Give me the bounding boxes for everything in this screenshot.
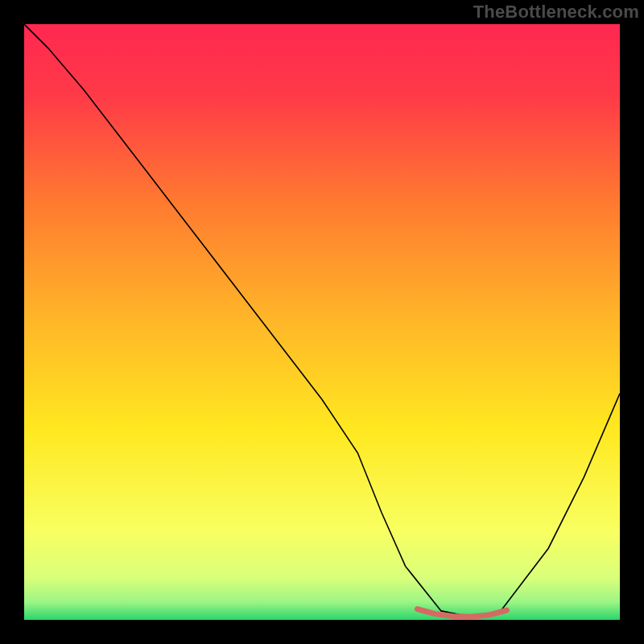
chart-frame: TheBottleneck.com — [0, 0, 644, 644]
plot-area — [24, 24, 620, 620]
gradient-background — [24, 24, 620, 620]
attribution-text: TheBottleneck.com — [473, 2, 639, 23]
chart-svg — [24, 24, 620, 620]
